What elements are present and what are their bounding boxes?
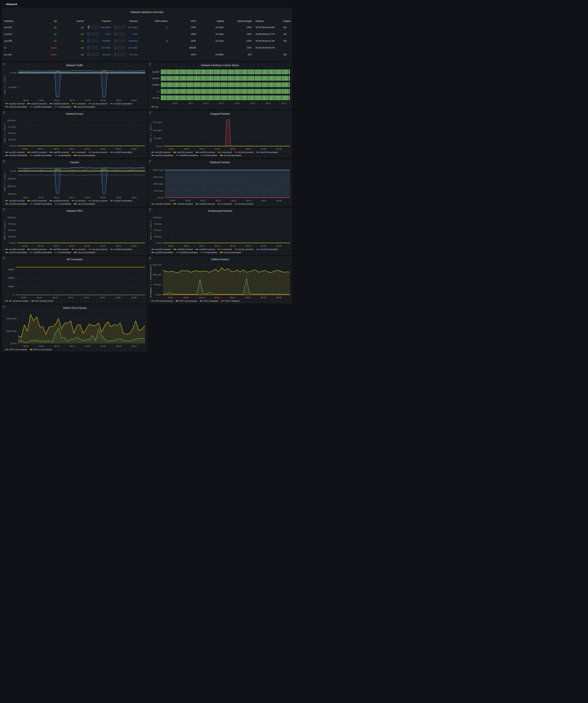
scroll-right-icon[interactable]: ›	[290, 16, 291, 19]
panel-title-carrier-status[interactable]: Network Interfaces Carrier Status	[149, 63, 291, 67]
legend-item[interactable]: CPU 1 out of quota	[30, 348, 52, 350]
info-icon[interactable]: i	[2, 160, 7, 165]
legend-item[interactable]: ens192 received	[5, 248, 24, 250]
legend-item[interactable]: lo transmitted	[55, 251, 71, 253]
info-icon[interactable]: i	[2, 111, 7, 116]
info-icon[interactable]: i	[149, 63, 153, 68]
legend-item[interactable]: tun-tcp transmitted	[220, 251, 241, 253]
column-header-address[interactable]: Address	[254, 18, 281, 24]
column-header-carrier[interactable]: Carrier	[59, 18, 86, 24]
legend-item[interactable]: ens224 received	[173, 151, 192, 153]
legend-item[interactable]: ens256 received	[196, 203, 215, 205]
legend-item[interactable]: lo received	[72, 102, 86, 105]
network-fifo-chart[interactable]: 0.0 p/s25.0 p/s50.0 p/s75.0 p/s100.0 p/s…	[6, 213, 146, 248]
network-traffic-chart[interactable]: 0.0 b/s-5.0 Mb/s08:0008:0508:1008:1508:2…	[6, 67, 146, 102]
column-header-receive[interactable]: Receive	[113, 18, 140, 24]
legend-item[interactable]: ens192 transmitted	[256, 248, 278, 250]
column-header-transmit[interactable]: Transmit	[86, 18, 113, 24]
legend-item[interactable]: lo transmitted	[201, 251, 217, 253]
info-icon[interactable]: i	[2, 63, 7, 68]
legend-item[interactable]: tun-tcp transmitted	[74, 106, 95, 108]
panel-title-nf-conntrack[interactable]: NF Conntrack	[2, 257, 147, 261]
panel-title-network-errors[interactable]: Network Errors	[2, 111, 147, 115]
legend-item[interactable]: tun-tcp transmitted	[220, 154, 241, 156]
legend-item[interactable]: ens224 received	[173, 203, 192, 205]
legend-item[interactable]: ens192 transmitted	[110, 151, 132, 153]
legend-item[interactable]: ens192 transmitted	[110, 102, 132, 105]
legend-item[interactable]: ens256 received	[50, 248, 69, 250]
panel-title-packets[interactable]: Packets	[2, 160, 147, 164]
panel-title-multicast-packets[interactable]: Multicast Packets	[149, 160, 291, 164]
legend-item[interactable]: tun-tcp received	[89, 102, 107, 105]
table-panel-title[interactable]: Network Interfaces Overview	[2, 9, 291, 14]
legend-item[interactable]: tun-tcp received	[235, 151, 253, 153]
info-icon[interactable]: i	[149, 111, 153, 116]
legend-item[interactable]: ens192 received	[151, 203, 171, 205]
legend-item[interactable]: ens192 transmitted	[256, 151, 278, 153]
info-icon[interactable]: i	[2, 305, 7, 310]
nf-conntrack-chart[interactable]: 020000400006000008:0008:0508:1008:1508:2…	[6, 261, 146, 299]
status-bars[interactable]	[161, 70, 290, 74]
column-header-speed[interactable]: Speed	[198, 18, 226, 24]
legend-item[interactable]: ens224 received	[173, 248, 192, 250]
legend-item[interactable]: ens256 transmitted	[30, 106, 52, 108]
legend-item[interactable]: lo transmitted	[55, 154, 71, 156]
legend-item[interactable]: ens224 transmitted	[151, 251, 173, 253]
legend-item[interactable]: ens192 received	[5, 151, 24, 153]
legend-item[interactable]: tun-tcp received	[89, 200, 107, 202]
panel-title-softnet-out-of-quota[interactable]: Softnet Out of Quota	[2, 305, 147, 310]
legend-item[interactable]: ens192 transmitted	[110, 200, 132, 202]
panel-title-compressed-packets[interactable]: Compressed Packets	[149, 208, 291, 213]
legend-item[interactable]: lo received	[72, 151, 86, 153]
legend-item[interactable]: ens192 received	[151, 248, 171, 250]
legend-item[interactable]: tun-tcp received	[235, 248, 253, 250]
legend-item[interactable]: ens256 received	[50, 102, 69, 105]
legend-item[interactable]: ens224 received	[27, 151, 47, 153]
legend-item[interactable]: tun-tcp transmitted	[74, 251, 95, 253]
column-header-up[interactable]: Up	[32, 18, 59, 24]
legend-item[interactable]: ens256 transmitted	[30, 251, 52, 253]
legend-item[interactable]: NF conntrack limits	[31, 300, 53, 302]
info-icon[interactable]: i	[149, 160, 153, 165]
legend-item[interactable]: CPU 0 dropped	[200, 300, 218, 302]
legend-item[interactable]: ens224 received	[27, 102, 47, 105]
legend-item[interactable]: tun-tcp received	[235, 203, 253, 205]
legend-item[interactable]: ens224 transmitted	[5, 251, 27, 253]
legend-item[interactable]: CPU 1 proccessed	[176, 300, 197, 302]
legend-item[interactable]: ens224 received	[27, 248, 47, 250]
legend-item[interactable]: ens224 transmitted	[5, 203, 27, 205]
status-bars[interactable]	[161, 76, 290, 81]
info-icon[interactable]: i	[149, 257, 153, 261]
panel-title-network-fifo[interactable]: Network FIFO	[2, 208, 147, 213]
legend-item[interactable]: ens192 received	[151, 151, 171, 153]
legend-item[interactable]: Up	[151, 106, 158, 108]
legend-item[interactable]: ens256 received	[50, 151, 69, 153]
softnet-packets-chart[interactable]: 0.0 p/s50.0 p/s100.0 p/s150.0 p/s08:0008…	[152, 261, 290, 299]
legend-item[interactable]: CPU 0 out of quota	[5, 348, 27, 350]
status-bars[interactable]	[161, 95, 290, 100]
dropped-packets-chart[interactable]: 0.0 p/s5.0 mp/s10.0 mp/s15.0 mp/s08:0008…	[152, 115, 290, 151]
column-header-queue-length[interactable]: Queue length	[226, 18, 254, 24]
legend-item[interactable]: ens224 transmitted	[5, 154, 27, 156]
legend-item[interactable]: ens192 received	[5, 200, 24, 202]
legend-item[interactable]: ens224 received	[27, 200, 47, 202]
legend-item[interactable]: lo received	[218, 248, 232, 250]
legend-item[interactable]: tun-tcp transmitted	[74, 154, 95, 156]
legend-item[interactable]: lo received	[72, 248, 86, 250]
legend-item[interactable]: ens192 received	[5, 102, 24, 105]
column-header-arp-entries[interactable]: ARP entries	[140, 18, 169, 24]
status-bars[interactable]	[161, 89, 290, 94]
legend-item[interactable]: lo received	[218, 203, 232, 205]
legend-item[interactable]: ens256 transmitted	[176, 154, 198, 156]
carrier-status-chart[interactable]: ens192ens224ens256lotun-tcp	[149, 67, 291, 102]
legend-item[interactable]: lo transmitted	[55, 106, 71, 108]
legend-item[interactable]: ens256 received	[196, 151, 215, 153]
panel-title-network-traffic[interactable]: Network Traffic	[2, 63, 147, 67]
legend-item[interactable]: ens256 transmitted	[30, 154, 52, 156]
legend-item[interactable]: ens256 transmitted	[30, 203, 52, 205]
info-icon[interactable]: i	[149, 208, 153, 213]
info-icon[interactable]: i	[2, 257, 7, 261]
legend-item[interactable]: ens256 received	[50, 200, 69, 202]
column-header-mtu[interactable]: MTU	[169, 18, 198, 24]
legend-item[interactable]: tun-tcp received	[89, 248, 107, 250]
